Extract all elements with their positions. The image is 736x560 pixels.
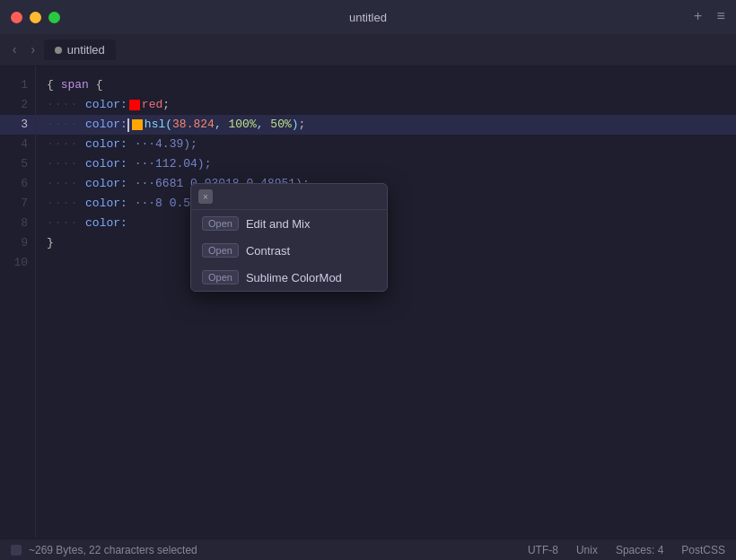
popup-header: × [191,184,387,210]
window-title: untitled [349,11,387,24]
status-syntax[interactable]: PostCSS [681,544,725,556]
popup-menu: × Open Edit and Mix Open Contrast Open S… [190,183,388,292]
color-swatch-red [129,100,140,110]
line-num-1: 1 [0,75,35,95]
popup-label-3: Sublime ColorMod [246,271,342,284]
code-line-2: ···· color:red; [36,95,736,115]
code-line-4: ···· color: ···4.39); [36,135,736,154]
status-encoding[interactable]: UTF-8 [528,544,558,556]
line-num-8: 8 [0,214,35,233]
popup-item-edit-mix[interactable]: Open Edit and Mix [191,210,387,237]
status-size: ~269 Bytes, 22 characters selected [29,544,197,556]
window-controls [11,12,60,23]
line-num-2: 2 [0,95,35,115]
minimize-button[interactable] [30,12,41,23]
status-line-ending[interactable]: Unix [576,544,598,556]
forward-button[interactable]: › [25,43,39,57]
text-cursor [127,118,129,132]
code-line-1: { span { [36,75,736,95]
code-line-3: ···· color:hsl(38.824, 100%, 50%); [36,115,736,135]
status-right: UTF-8 Unix Spaces: 4 PostCSS [528,544,725,556]
popup-item-contrast[interactable]: Open Contrast [191,237,387,264]
popup-badge-3: Open [202,270,239,284]
editor-container: 1 2 3 4 5 6 7 8 9 10 { span { ···· color… [0,66,736,538]
line-num-5: 5 [0,154,35,174]
status-left: ~269 Bytes, 22 characters selected [11,544,524,556]
close-icon: × [203,192,208,202]
line-num-7: 7 [0,194,35,214]
line-num-9: 9 [0,233,35,253]
tab-indicator [55,47,62,54]
maximize-button[interactable] [48,12,60,23]
code-area[interactable]: { span { ···· color:red; ···· color:hsl(… [36,66,736,538]
popup-close-button[interactable]: × [198,189,213,204]
tab-label: untitled [67,43,105,57]
popup-item-colormod[interactable]: Open Sublime ColorMod [191,264,387,291]
popup-badge-1: Open [202,216,239,231]
titlebar: untitled + ≡ [0,0,736,34]
color-swatch-hsl [132,119,143,130]
popup-label-2: Contrast [246,244,290,258]
popup-badge-2: Open [202,243,239,258]
tab-untitled[interactable]: untitled [44,39,116,60]
statusbar: ~269 Bytes, 22 characters selected UTF-8… [0,538,736,560]
code-line-5: ···· color: ···112.04); [36,154,736,174]
new-tab-button[interactable]: + [694,9,703,25]
status-spaces[interactable]: Spaces: 4 [616,544,663,556]
back-button[interactable]: ‹ [7,43,22,57]
popup-label-1: Edit and Mix [246,217,311,231]
line-num-6: 6 [0,174,35,194]
close-button[interactable] [11,12,22,23]
line-num-3: 3 [0,115,35,135]
line-num-10: 10 [0,253,35,273]
tabbar: ‹ › untitled [0,34,736,66]
status-swatch-icon [11,545,22,556]
menu-button[interactable]: ≡ [716,9,725,25]
line-numbers: 1 2 3 4 5 6 7 8 9 10 [0,66,36,538]
titlebar-actions: + ≡ [694,9,725,25]
line-num-4: 4 [0,135,35,154]
